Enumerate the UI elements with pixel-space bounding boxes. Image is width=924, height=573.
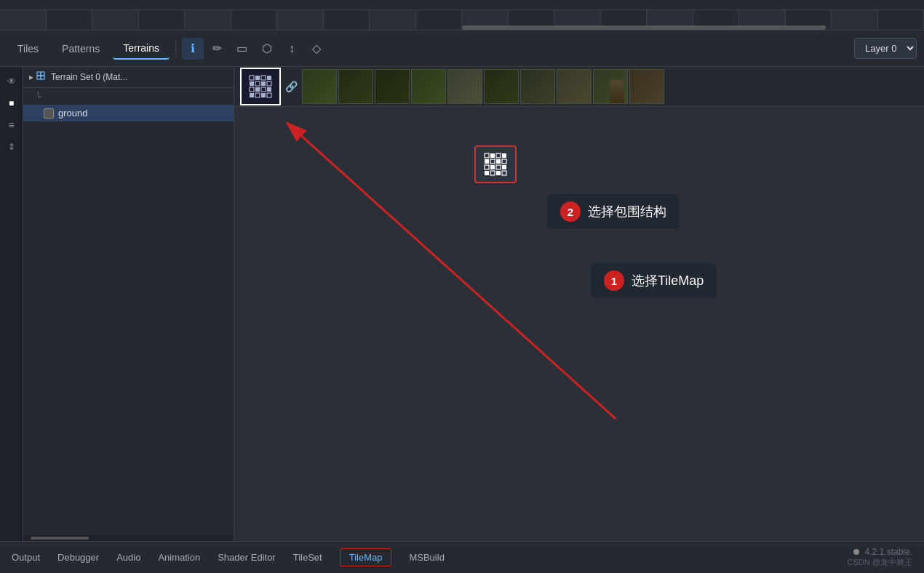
svg-rect-28 xyxy=(485,165,489,169)
tab-separator xyxy=(175,40,176,57)
svg-rect-1 xyxy=(41,72,44,76)
tab-terrains[interactable]: Terrains xyxy=(113,38,170,60)
svg-rect-21 xyxy=(490,153,495,158)
content-area: 👁 ■ ≡ ⇕ ▸ Terrain Set 0 (Mat... └ ground xyxy=(0,67,924,541)
tab-patterns[interactable]: Patterns xyxy=(52,39,110,59)
sidebar-icon-square[interactable]: ■ xyxy=(3,95,20,112)
bottom-tab-animation[interactable]: Animation xyxy=(158,549,200,566)
tile-item[interactable] xyxy=(484,69,519,104)
main-viewport: 🔗 xyxy=(234,67,924,541)
svg-rect-2 xyxy=(37,76,41,79)
svg-rect-35 xyxy=(502,171,506,175)
sidebar-icon-eye[interactable]: 👁 xyxy=(3,73,20,90)
timeline-strip xyxy=(0,0,924,31)
svg-rect-4 xyxy=(250,76,254,80)
annotation-2-text: 选择包围结构 xyxy=(588,203,666,220)
terrain-swatch xyxy=(44,108,54,119)
version-number: 4.2.1.stable. xyxy=(865,547,912,557)
svg-rect-34 xyxy=(496,171,501,175)
svg-rect-8 xyxy=(250,81,254,86)
fill-icon[interactable]: ⬡ xyxy=(256,38,278,60)
annotation-2: 2 选择包围结构 xyxy=(547,194,680,229)
bottom-tab-audio[interactable]: Audio xyxy=(116,549,140,566)
svg-rect-11 xyxy=(267,81,271,86)
svg-rect-7 xyxy=(267,76,271,80)
terrain-item-ground[interactable]: ground xyxy=(23,105,234,121)
timeline-cell xyxy=(92,9,139,30)
erase-icon[interactable]: ◇ xyxy=(306,38,327,60)
terrain-panel: ▸ Terrain Set 0 (Mat... └ ground xyxy=(23,67,234,541)
annotation-1-text: 选择TileMap xyxy=(632,272,704,289)
tree-line: └ xyxy=(23,88,234,105)
terrain-set-icon xyxy=(36,71,48,83)
tile-item[interactable] xyxy=(375,69,410,104)
terrain-item-label: ground xyxy=(58,108,87,119)
svg-rect-16 xyxy=(250,93,254,97)
svg-rect-3 xyxy=(41,76,44,79)
pencil-icon[interactable]: ✏ xyxy=(207,38,228,60)
version-dot xyxy=(853,549,859,555)
bottom-bar: Output Debugger Audio Animation Shader E… xyxy=(0,541,924,573)
timeline-cell xyxy=(878,9,925,30)
terrain-scroll[interactable] xyxy=(23,535,234,541)
terrain-scroll-thumb xyxy=(31,537,89,540)
tile-item[interactable] xyxy=(338,69,373,104)
terrain-header: ▸ Terrain Set 0 (Mat... xyxy=(23,67,234,88)
bottom-tab-debugger[interactable]: Debugger xyxy=(57,549,99,566)
rect-icon[interactable]: ▭ xyxy=(231,38,253,60)
svg-rect-17 xyxy=(255,93,260,97)
svg-rect-20 xyxy=(485,153,489,158)
sidebar-icon-layers[interactable]: ≡ xyxy=(3,116,20,134)
tile-item[interactable] xyxy=(629,69,664,104)
tile-item[interactable] xyxy=(302,69,337,104)
svg-rect-12 xyxy=(250,87,254,92)
svg-rect-6 xyxy=(261,76,266,80)
bottom-tab-output[interactable]: Output xyxy=(12,549,40,566)
timeline-cell xyxy=(47,9,93,30)
annotation-1: 1 选择TileMap xyxy=(591,263,717,298)
timeline-cell xyxy=(185,9,231,30)
bottom-tab-msbuild[interactable]: MSBuild xyxy=(409,549,444,566)
svg-rect-31 xyxy=(502,165,506,169)
sidebar-icon-move[interactable]: ⇕ xyxy=(3,138,20,156)
timeline-cell xyxy=(231,9,278,30)
svg-rect-27 xyxy=(502,159,506,164)
terrain-set-label: Terrain Set 0 (Mat... xyxy=(51,72,127,82)
svg-rect-10 xyxy=(261,81,266,86)
bottom-tab-tileset[interactable]: TileSet xyxy=(293,549,322,566)
tile-item[interactable] xyxy=(520,69,555,104)
info-icon[interactable]: ℹ xyxy=(182,38,204,60)
svg-rect-19 xyxy=(267,93,271,97)
timeline-cell xyxy=(277,9,324,30)
annotation-arrow xyxy=(234,67,924,541)
terrain-icon-box[interactable] xyxy=(474,145,517,183)
svg-rect-5 xyxy=(255,76,260,80)
tile-item[interactable] xyxy=(411,69,446,104)
tile-item[interactable] xyxy=(593,69,628,104)
link-icon: 🔗 xyxy=(282,81,300,92)
svg-rect-32 xyxy=(485,171,489,175)
terrain-grid-icon xyxy=(248,74,273,99)
bottom-tab-shader-editor[interactable]: Shader Editor xyxy=(218,549,276,566)
tile-strip: 🔗 xyxy=(234,67,924,107)
svg-rect-13 xyxy=(255,87,260,92)
version-info: 4.2.1.stable. CSDN @龙中舞王 xyxy=(848,547,912,568)
timeline-cell xyxy=(0,9,47,30)
svg-rect-29 xyxy=(490,165,495,169)
annotation-2-number: 2 xyxy=(560,201,581,222)
timeline-cell xyxy=(324,9,370,30)
timeline-scrollbar[interactable] xyxy=(462,25,826,30)
bottom-tab-tilemap[interactable]: TileMap xyxy=(340,548,392,566)
left-sidebar: 👁 ■ ≡ ⇕ xyxy=(0,67,23,541)
tile-active[interactable] xyxy=(240,68,281,105)
layer-dropdown[interactable]: Layer 0 xyxy=(854,38,917,59)
tile-item[interactable] xyxy=(557,69,592,104)
pick-icon[interactable]: ↕ xyxy=(281,38,303,60)
tile-item[interactable] xyxy=(447,69,482,104)
tab-tiles[interactable]: Tiles xyxy=(7,39,49,59)
svg-rect-14 xyxy=(261,87,266,92)
svg-rect-26 xyxy=(496,159,501,164)
svg-rect-30 xyxy=(496,165,501,169)
svg-rect-22 xyxy=(496,153,501,158)
author-label: CSDN @龙中舞王 xyxy=(848,557,912,568)
